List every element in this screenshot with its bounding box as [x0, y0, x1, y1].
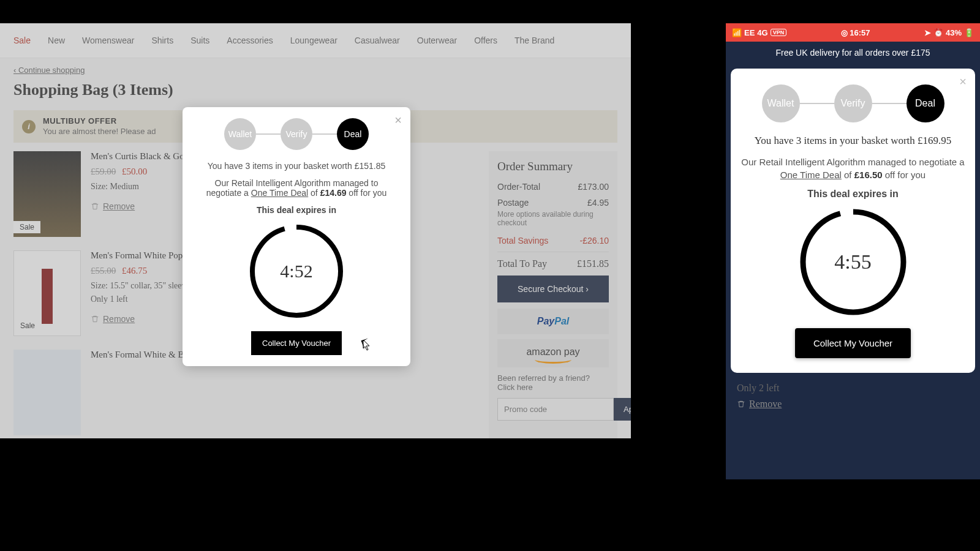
- one-time-deal-link[interactable]: One Time Deal: [780, 170, 842, 180]
- postage: £4.95: [587, 198, 609, 208]
- collect-voucher-button[interactable]: Collect My Voucher: [795, 328, 911, 358]
- apply-button[interactable]: Apply: [614, 398, 631, 421]
- step-verify: Verify: [281, 118, 312, 150]
- alarm-icon: ⏰: [933, 28, 943, 37]
- nav-suits[interactable]: Suits: [190, 36, 209, 45]
- nav-casualwear[interactable]: Casualwear: [355, 36, 400, 45]
- step-verify: Verify: [834, 84, 872, 122]
- multibuy-title: MULTIBUY OFFER: [43, 116, 156, 126]
- nav-new[interactable]: New: [48, 36, 65, 45]
- order-summary: Order Summary Order-Total£173.00 Postage…: [489, 151, 617, 438]
- old-price: £59.00: [91, 167, 116, 176]
- order-total: £173.00: [578, 182, 609, 192]
- nav-brand[interactable]: The Brand: [514, 36, 554, 45]
- basket-text: You have 3 items in your basket worth £1…: [197, 161, 396, 171]
- countdown-time: 4:55: [798, 207, 908, 317]
- mobile-view: 📶 EE 4G VPN ◎ 16:57 ➤ ⏰ 43% 🔋 Free UK de…: [726, 23, 980, 479]
- battery: 43%: [946, 28, 962, 37]
- page-title: Shopping Bag (3 Items): [0, 76, 631, 107]
- secure-checkout-button[interactable]: Secure Checkout ›: [497, 276, 609, 302]
- expires-text: This deal expires in: [197, 205, 396, 215]
- stock-level: Only 2 left: [737, 383, 969, 394]
- sale-badge: Sale: [14, 320, 41, 332]
- remove-link[interactable]: Remove: [91, 201, 184, 211]
- cursor-icon: [363, 339, 371, 351]
- clock-icon: ◎: [841, 28, 850, 37]
- collect-voucher-button[interactable]: Collect My Voucher: [251, 331, 342, 355]
- promo-input[interactable]: [497, 398, 614, 421]
- summary-title: Order Summary: [497, 160, 609, 173]
- main-nav: Sale New Womenswear Shirts Suits Accesso…: [0, 23, 631, 58]
- basket-text: You have 3 items in your basket worth £1…: [741, 133, 965, 148]
- signal-icon: 📶: [732, 28, 742, 37]
- battery-icon: 🔋: [964, 28, 974, 37]
- sale-price: £46.75: [122, 266, 147, 276]
- sale-price: £50.00: [122, 167, 147, 176]
- product-thumb[interactable]: [13, 350, 81, 435]
- remove-label: Remove: [103, 314, 135, 324]
- deal-modal: × Wallet Verify Deal You have 3 items in…: [183, 107, 410, 366]
- remove-label: Remove: [749, 399, 782, 410]
- mobile-item-behind: Only 2 left Remove: [726, 378, 980, 414]
- trash-icon: [91, 202, 99, 211]
- progress-steps: Wallet Verify Deal: [197, 118, 396, 150]
- location-icon: ➤: [924, 28, 931, 37]
- trash-icon: [91, 315, 99, 323]
- mobile-deal-modal: × Wallet Verify Deal You have 3 items in…: [731, 69, 975, 373]
- one-time-deal-link[interactable]: One Time Deal: [251, 188, 308, 198]
- step-deal: Deal: [907, 84, 944, 122]
- savings-label: Total Savings: [497, 236, 548, 246]
- algo-text: Our Retail Intelligent Algorithm managed…: [197, 178, 396, 198]
- amazon-pay-button[interactable]: amazon pay: [497, 339, 609, 367]
- trash-icon: [737, 400, 745, 408]
- countdown-ring: 4:52: [247, 222, 345, 320]
- remove-link[interactable]: Remove: [91, 314, 190, 324]
- carrier: EE: [744, 28, 755, 37]
- product-thumb[interactable]: Sale: [13, 151, 81, 237]
- countdown-ring: 4:55: [798, 207, 908, 317]
- expires-text: This deal expires in: [741, 189, 965, 200]
- postage-label: Postage: [497, 198, 529, 208]
- product-size: Size: Medium: [91, 182, 184, 192]
- nav-loungewear[interactable]: Loungewear: [290, 36, 337, 45]
- stock-level: Only 1 left: [91, 294, 190, 304]
- nav-outerwear[interactable]: Outerwear: [417, 36, 457, 45]
- order-total-label: Order-Total: [497, 182, 540, 192]
- nav-womenswear[interactable]: Womenswear: [82, 36, 134, 45]
- product-title: Men's Formal White Pop: [91, 250, 190, 261]
- paypal-button[interactable]: PayPal: [497, 309, 609, 334]
- nav-accessories[interactable]: Accessories: [227, 36, 273, 45]
- savings: -£26.10: [580, 236, 609, 246]
- remove-label: Remove: [103, 201, 135, 211]
- nav-shirts[interactable]: Shirts: [151, 36, 173, 45]
- pay-label: Total To Pay: [497, 258, 547, 269]
- status-bar: 📶 EE 4G VPN ◎ 16:57 ➤ ⏰ 43% 🔋: [726, 23, 980, 42]
- vpn-badge: VPN: [771, 29, 787, 36]
- close-icon[interactable]: ×: [959, 75, 967, 89]
- step-wallet: Wallet: [762, 84, 800, 122]
- desktop-view: Sale New Womenswear Shirts Suits Accesso…: [0, 23, 631, 438]
- clock: 16:57: [850, 28, 870, 37]
- delivery-banner: Free UK delivery for all orders over £17…: [726, 42, 980, 64]
- multibuy-text: You are almost there! Please ad: [43, 127, 156, 136]
- countdown-time: 4:52: [247, 222, 345, 320]
- continue-shopping-link[interactable]: Continue shopping: [0, 58, 631, 76]
- product-title: Men's Curtis Black & Go: [91, 151, 184, 162]
- postage-note: More options available during checkout: [497, 210, 609, 227]
- step-deal: Deal: [337, 118, 369, 150]
- product-thumb[interactable]: Sale: [13, 250, 81, 336]
- progress-steps: Wallet Verify Deal: [741, 84, 965, 122]
- algo-text: Our Retail Intelligent Algorithm managed…: [741, 156, 965, 181]
- step-wallet: Wallet: [224, 118, 256, 150]
- old-price: £55.00: [91, 266, 116, 276]
- nav-sale[interactable]: Sale: [13, 36, 31, 45]
- info-icon: i: [22, 120, 36, 133]
- sale-badge: Sale: [13, 221, 40, 233]
- close-icon[interactable]: ×: [394, 113, 402, 127]
- network: 4G: [757, 28, 767, 37]
- nav-offers[interactable]: Offers: [474, 36, 497, 45]
- referral-link[interactable]: Been referred by a friend? Click here: [497, 373, 609, 392]
- remove-link[interactable]: Remove: [737, 399, 969, 410]
- total-pay: £151.85: [577, 258, 609, 269]
- product-size: Size: 15.5" collar, 35" sleeve: [91, 281, 190, 291]
